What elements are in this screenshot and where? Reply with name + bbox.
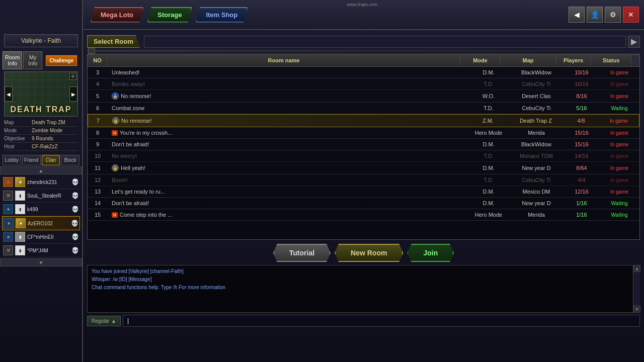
header-status: Status [591, 55, 631, 65]
list-item[interactable]: ★ ★ AzERO102 💀 [2, 216, 80, 230]
player-name: SouL_StealerR [27, 193, 69, 199]
join-button[interactable]: Join [407, 244, 454, 262]
url-display: www.fraps.com [347, 2, 377, 7]
player-skull-icon: 💀 [71, 178, 79, 186]
table-row[interactable]: 14 Don't be afraid! D.M. New year D 1/16… [88, 198, 639, 209]
table-row[interactable]: 7 🔒No remorse! Z.M. Death Trap Z 4/8 In … [88, 114, 639, 127]
cell-status: In game [599, 151, 639, 161]
player-list-scroll-up[interactable]: ▲ [0, 166, 82, 174]
item-shop-button[interactable]: Item Shop [196, 7, 248, 23]
player-name: k499 [27, 207, 69, 212]
tab-lobby[interactable]: Lobby [3, 155, 21, 165]
table-row[interactable]: 3 Unleashed! D.M. BlackWidow 10/16 In ga… [88, 67, 639, 78]
channel-name: Valkyrie - Faith [4, 34, 78, 47]
header-icons: ◀ 👤 ⚙ ✕ [569, 7, 639, 23]
cell-status: In game [599, 139, 639, 149]
table-row[interactable]: 11 🔒Hell yeah! D.M. New year D 8/64 In g… [88, 162, 639, 174]
refresh-button[interactable]: ▶ [628, 36, 640, 48]
room-table: NO Room name Mode Map Players Status 3 U… [87, 54, 640, 240]
map-prev-button[interactable]: ◀ [5, 86, 13, 102]
table-row[interactable]: 6 Combat zone T.D. CebuCity Ti 5/16 Wait… [88, 103, 639, 114]
cell-players: 4/8 [564, 115, 599, 126]
table-row[interactable]: 9 Don't be afraid! D.M. BlackWidow 15/16… [88, 139, 639, 150]
settings-icon[interactable]: ⚙ [605, 7, 621, 23]
back-icon[interactable]: ◀ [569, 7, 585, 23]
tab-clan[interactable]: Clan [42, 155, 60, 165]
new-room-button[interactable]: New Room [335, 244, 403, 262]
cell-name: 🔒Hell yeah! [108, 162, 468, 173]
map-value: Death Trap ZM [32, 120, 78, 125]
map-settings-icon[interactable]: ⚙ [69, 73, 76, 80]
lock-icon: 🔒 [112, 93, 119, 100]
filter-icon[interactable] [88, 48, 95, 54]
player-name: *PM*J4M [27, 248, 69, 253]
challenge-button[interactable]: Challenge [46, 55, 77, 66]
list-item[interactable]: ⚔ ★ zhendrick231 💀 [2, 175, 80, 189]
cell-map: BlackWidow [509, 67, 564, 77]
cell-players: 4/4 [564, 175, 599, 185]
cell-map: Death Trap Z [508, 115, 564, 126]
cell-name: Don't be afraid! [108, 198, 468, 208]
tab-friend[interactable]: Friend [22, 155, 41, 165]
tab-room-info[interactable]: Room Info [3, 51, 22, 69]
cell-status: In game [599, 175, 639, 185]
cell-mode: D.M. [468, 187, 509, 197]
player-class-icon: ⚔ [3, 177, 13, 187]
profile-icon[interactable]: 👤 [587, 7, 603, 23]
table-row[interactable]: 4 Bombs away! T.D. CebuCity Ti 16/16 In … [88, 78, 639, 90]
list-item[interactable]: ⚒ ▮ SouL_StealerR 💀 [2, 189, 80, 203]
cell-players: 8/64 [564, 162, 599, 173]
room-search-box[interactable] [144, 36, 626, 48]
player-list-scroll-down[interactable]: ▼ [0, 258, 82, 266]
chat-type-button[interactable]: Regular ▲ [87, 316, 121, 326]
cell-mode: T.D. [468, 175, 509, 185]
player-class-icon: ★ [4, 218, 14, 228]
map-info-row-obj: Objective 9 Rounds [4, 135, 78, 143]
table-row[interactable]: 13 Let's get ready to ru... D.M. Mexico … [88, 186, 639, 198]
tutorial-button[interactable]: Tutorial [273, 244, 331, 262]
table-row[interactable]: 15 NCome step into the ... Hero Mode Mer… [88, 209, 639, 221]
tab-block[interactable]: Block [61, 155, 79, 165]
player-rank-icon: ▮ [15, 191, 25, 201]
objective-value: 9 Rounds [32, 136, 78, 141]
table-row[interactable]: 10 No mercy! T.D. Monaco TDM 14/16 In ga… [88, 150, 639, 162]
cell-players: 16/16 [564, 79, 599, 89]
cell-no: 13 [88, 187, 108, 197]
player-class-icon: ⚒ [3, 191, 13, 201]
table-row[interactable]: 12 Boom! T.D. CebuCity Ti 4/4 In game [88, 174, 639, 186]
n-badge: N [112, 212, 118, 218]
cell-map: CebuCity Ti [509, 79, 564, 89]
tab-my-info[interactable]: My Info [23, 51, 42, 69]
select-room-bar: Select Room ▶ [87, 35, 640, 48]
cell-players: 15/16 [564, 139, 599, 149]
cell-status: Waiting [599, 103, 639, 113]
cell-mode: T.D. [468, 151, 509, 161]
list-item[interactable]: ★ ▮ k499 💀 [2, 203, 80, 216]
table-row[interactable]: 5 🔒No remorse! W.O. Desert Clas 8/16 In … [88, 90, 639, 103]
chat-scrollbar: ▲ ▼ [633, 265, 640, 313]
chat-scroll-up[interactable]: ▲ [633, 265, 640, 272]
mode-value: Zombie Mode [32, 128, 78, 133]
storage-button[interactable]: Storage [147, 7, 192, 23]
left-panel: Valkyrie - Faith Room Info My Info Chall… [0, 0, 83, 362]
cell-no: 4 [88, 79, 108, 89]
list-item[interactable]: ★ ▮ CF*mHinEII 💀 [2, 230, 80, 244]
player-skull-icon: 💀 [71, 220, 78, 227]
player-skull-icon: 💀 [71, 247, 79, 254]
cell-map: CebuCity Ti [509, 103, 564, 113]
cell-name: Unleashed! [108, 67, 468, 77]
chat-scroll-down[interactable]: ▼ [633, 306, 640, 313]
cell-name: Bombs away! [108, 79, 468, 89]
list-item[interactable]: ⚒ ▮ *PM*J4M 💀 [2, 244, 80, 257]
player-skull-icon: 💀 [71, 192, 79, 199]
map-info-row-host: Host CF-RakZzZ [4, 143, 78, 151]
player-rank-icon: ▮ [15, 245, 25, 255]
player-rank-icon: ▮ [15, 232, 25, 242]
map-next-button[interactable]: ▶ [69, 86, 77, 102]
mega-loto-button[interactable]: Mega Loto [91, 7, 143, 23]
chat-input[interactable] [123, 315, 640, 327]
player-rank-icon: ★ [16, 218, 26, 228]
close-icon[interactable]: ✕ [623, 7, 639, 23]
cell-mode: Hero Mode [468, 210, 509, 220]
table-row[interactable]: 8 NYou're in my crossh... Hero Mode Meri… [88, 127, 639, 139]
